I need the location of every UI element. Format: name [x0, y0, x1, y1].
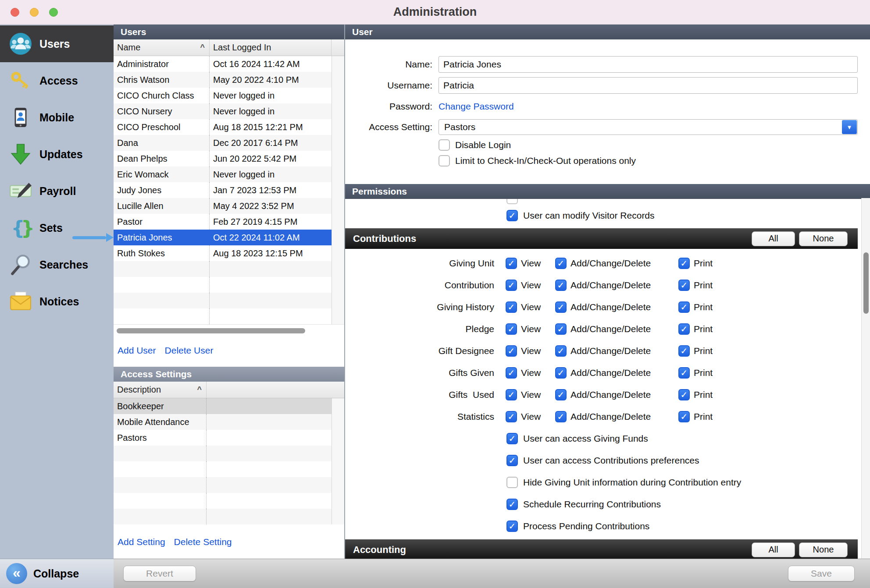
add-change-delete-checkbox[interactable]: [555, 345, 567, 357]
print-checkbox[interactable]: [678, 301, 690, 313]
users-table-horizontal-scrollbar[interactable]: [114, 324, 344, 337]
username-field[interactable]: [439, 77, 858, 94]
table-row[interactable]: PastorFeb 27 2019 4:15 PM: [114, 214, 332, 230]
print-checkbox[interactable]: [678, 389, 690, 400]
users-table-vertical-scrollbar-track[interactable]: [332, 56, 344, 324]
add-change-delete-checkbox[interactable]: [555, 389, 567, 400]
view-checkbox[interactable]: [506, 301, 517, 313]
table-row[interactable]: Eric WomackNever logged in: [114, 166, 332, 182]
giving-funds-checkbox[interactable]: [506, 433, 518, 444]
table-row[interactable]: CICO PreschoolAug 18 2015 12:21 PM: [114, 119, 332, 135]
option-checkbox-row[interactable]: User can access Contributions preference…: [506, 455, 870, 466]
visitor-records-checkbox-row[interactable]: User can modify Visitor Records: [506, 210, 870, 221]
permissions-scrollbar-track[interactable]: [861, 198, 870, 559]
hide-giving-unit-checkbox[interactable]: [506, 477, 518, 488]
sidebar-item-updates[interactable]: Updates: [0, 136, 114, 173]
view-checkbox[interactable]: [506, 367, 517, 379]
view-checkbox[interactable]: [506, 345, 517, 357]
table-row[interactable]: Lucille AllenMay 4 2022 3:52 PM: [114, 198, 332, 214]
option-checkbox-row[interactable]: Schedule Recurring Contributions: [506, 499, 870, 510]
sidebar-item-label: Access: [39, 74, 78, 87]
table-row[interactable]: DanaDec 20 2017 6:14 PM: [114, 135, 332, 151]
user-name-cell: Pastor: [114, 214, 210, 230]
settings-table-vertical-scrollbar-track[interactable]: [332, 398, 344, 524]
close-button[interactable]: [11, 8, 19, 17]
table-row[interactable]: Judy JonesJan 7 2023 12:53 PM: [114, 182, 332, 198]
table-row[interactable]: AdministratorOct 16 2024 11:42 AM: [114, 56, 332, 72]
table-row[interactable]: Chris WatsonMay 20 2022 4:10 PM: [114, 72, 332, 88]
column-header-description[interactable]: Description ^: [114, 382, 207, 398]
table-row[interactable]: CICO NurseryNever logged in: [114, 103, 332, 119]
add-change-delete-checkbox[interactable]: [555, 301, 567, 313]
add-setting-link[interactable]: Add Setting: [118, 537, 165, 551]
contributions-preferences-checkbox[interactable]: [506, 455, 518, 466]
key-icon: [5, 69, 36, 92]
add-change-delete-checkbox[interactable]: [555, 367, 567, 379]
access-setting-dropdown[interactable]: Pastors: [439, 119, 858, 135]
print-checkbox[interactable]: [678, 367, 690, 379]
column-header-last-logged-in[interactable]: Last Logged In: [210, 39, 332, 56]
view-checkbox[interactable]: [506, 323, 517, 335]
delete-user-link[interactable]: Delete User: [165, 345, 214, 367]
add-change-delete-checkbox[interactable]: [555, 280, 567, 291]
contributions-none-button[interactable]: None: [799, 231, 848, 246]
limit-checkout-checkbox[interactable]: [439, 155, 450, 166]
table-row[interactable]: CICO Church ClassNever logged in: [114, 88, 332, 103]
add-change-delete-checkbox[interactable]: [555, 258, 567, 269]
print-checkbox[interactable]: [678, 411, 690, 422]
accounting-all-button[interactable]: All: [752, 542, 795, 557]
print-checkbox[interactable]: [678, 323, 690, 335]
visitor-records-checkbox[interactable]: [506, 210, 518, 221]
table-row[interactable]: Ruth StokesAug 18 2023 12:15 PM: [114, 245, 332, 261]
sidebar-item-mobile[interactable]: Mobile: [0, 99, 114, 136]
save-button[interactable]: Save: [788, 566, 855, 581]
sidebar-item-users[interactable]: Users: [0, 25, 114, 62]
print-checkbox[interactable]: [678, 345, 690, 357]
sidebar-item-notices[interactable]: Notices: [0, 283, 114, 320]
minimize-button[interactable]: [30, 8, 39, 17]
chevron-down-icon[interactable]: [842, 120, 857, 134]
table-row[interactable]: Pastors: [114, 430, 332, 446]
contributions-permission-grid: Giving Unit View Add/Change/Delete Print…: [345, 252, 870, 428]
option-checkbox-row[interactable]: Hide Giving Unit information during Cont…: [506, 477, 870, 488]
schedule-recurring-checkbox[interactable]: [506, 499, 518, 510]
add-change-delete-checkbox[interactable]: [555, 411, 567, 422]
option-checkbox-row[interactable]: User can access Giving Funds: [506, 433, 870, 444]
accounting-none-button[interactable]: None: [799, 542, 848, 557]
add-user-link[interactable]: Add User: [118, 345, 156, 367]
collapse-button[interactable]: Collapse: [0, 559, 114, 588]
titlebar: Administration: [0, 0, 870, 25]
process-pending-checkbox[interactable]: [506, 521, 518, 532]
sidebar-item-sets[interactable]: { } Sets: [0, 209, 114, 246]
table-row-selected[interactable]: Bookkeeper: [114, 398, 332, 414]
sidebar-item-searches[interactable]: Searches: [0, 246, 114, 283]
column-header-name[interactable]: Name ^: [114, 39, 210, 56]
permissions-scrollbar-thumb[interactable]: [863, 252, 869, 314]
disable-login-checkbox[interactable]: [439, 139, 450, 151]
contributions-all-button[interactable]: All: [752, 231, 795, 246]
view-checkbox[interactable]: [506, 411, 517, 422]
view-checkbox[interactable]: [506, 389, 517, 400]
user-name-cell: Administrator: [114, 56, 210, 72]
view-checkbox[interactable]: [506, 258, 517, 269]
revert-button[interactable]: Revert: [123, 566, 196, 581]
sidebar-item-access[interactable]: Access: [0, 62, 114, 99]
change-password-link[interactable]: Change Password: [439, 101, 514, 112]
table-row[interactable]: Mobile Attendance: [114, 414, 332, 430]
limit-checkout-checkbox-row[interactable]: Limit to Check-In/Check-Out operations o…: [439, 155, 870, 166]
delete-setting-link[interactable]: Delete Setting: [174, 537, 232, 551]
name-field[interactable]: [439, 56, 858, 73]
print-checkbox[interactable]: [678, 280, 690, 291]
table-row-selected[interactable]: Patricia JonesOct 22 2024 11:02 AM: [114, 230, 332, 245]
disable-login-checkbox-row[interactable]: Disable Login: [439, 139, 870, 151]
option-checkbox-row[interactable]: Process Pending Contributions: [506, 521, 870, 532]
add-change-delete-checkbox[interactable]: [555, 323, 567, 335]
horizontal-scrollbar-thumb[interactable]: [117, 328, 305, 333]
users-icon: [5, 32, 36, 56]
sidebar-item-payroll[interactable]: Payroll: [0, 173, 114, 209]
view-checkbox[interactable]: [506, 280, 517, 291]
print-checkbox[interactable]: [678, 258, 690, 269]
sidebar-item-label: Updates: [39, 148, 83, 161]
table-row[interactable]: Dean PhelpsJun 20 2022 5:42 PM: [114, 151, 332, 166]
zoom-button[interactable]: [49, 8, 58, 17]
